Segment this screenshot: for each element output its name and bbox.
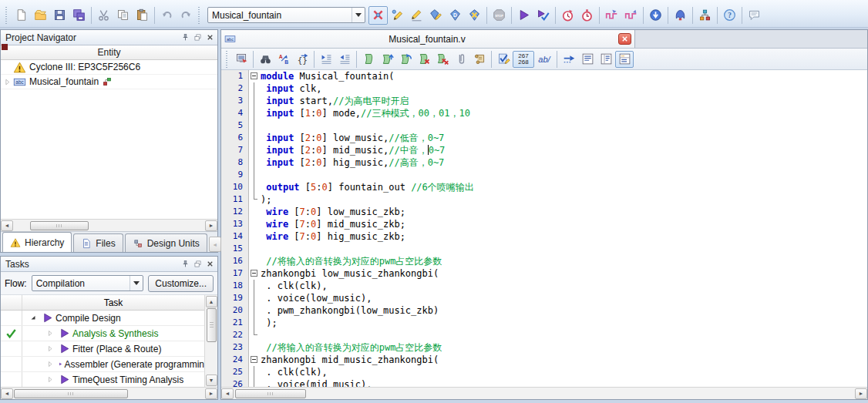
code-line[interactable]: 21 );: [221, 317, 867, 329]
help-button[interactable]: [720, 6, 739, 25]
attach-file-button[interactable]: [452, 51, 470, 68]
fold-collapse-icon[interactable]: [251, 356, 257, 363]
expander-icon[interactable]: [1, 78, 13, 86]
code-text[interactable]: [261, 119, 867, 132]
expander-icon[interactable]: [44, 344, 56, 353]
code-text[interactable]: wire [7:0] hig_music_zkb;: [261, 230, 867, 243]
code-line[interactable]: 10 output [5:0] fountain_out //6个喷嘴输出: [221, 181, 867, 193]
start-analysis-button[interactable]: [533, 6, 553, 25]
expander-icon[interactable]: [44, 329, 56, 338]
tab-hierarchy[interactable]: Hierarchy: [2, 232, 72, 252]
code-line[interactable]: 25 . clk(clk),: [221, 366, 867, 378]
scrollbar-thumb[interactable]: [235, 389, 306, 398]
task-column-header[interactable]: Task: [1, 295, 204, 311]
code-text[interactable]: . clk(clk),: [261, 366, 867, 378]
code-text[interactable]: );: [261, 193, 867, 206]
code-editor[interactable]: 1module Musical_fountain(2 input clk,3 i…: [221, 70, 867, 387]
tab-files[interactable]: Files: [73, 233, 123, 252]
programmer-button[interactable]: [671, 6, 690, 25]
code-text[interactable]: input clk,: [261, 82, 867, 95]
code-text[interactable]: [261, 329, 867, 341]
code-line[interactable]: 26 . voice(mid_music),: [221, 378, 867, 387]
code-text[interactable]: //将输入的音转换为对应的pwm占空比参数: [261, 255, 867, 267]
fold-column[interactable]: [249, 267, 261, 280]
scroll-down-button[interactable]: ▼: [206, 374, 217, 386]
task-row[interactable]: Fitter (Place & Route): [1, 341, 204, 357]
match-brace-button[interactable]: [293, 51, 311, 68]
tree-row[interactable]: Musical_fountain: [1, 75, 217, 89]
code-text[interactable]: wire [7:0] low_music_zkb;: [261, 206, 867, 218]
save-button[interactable]: [50, 6, 69, 25]
view-outline-button[interactable]: [597, 51, 615, 68]
code-line[interactable]: 24zhankongbi mid_music_zhankongbi(: [221, 354, 867, 366]
tasks-hscrollbar[interactable]: ◄ ►: [1, 387, 217, 399]
line-count-badge[interactable]: 267268: [513, 51, 534, 68]
close-panel-button[interactable]: [204, 258, 216, 270]
pin-panel-button[interactable]: [179, 258, 191, 270]
float-panel-button[interactable]: [191, 258, 204, 270]
scrollbar-thumb[interactable]: [14, 389, 128, 398]
editor-hscrollbar[interactable]: ◄ ►: [221, 387, 867, 399]
code-line[interactable]: 8 input [2:0] hig_music,//高音，0~7: [221, 156, 867, 169]
save-all-button[interactable]: [69, 6, 89, 25]
code-text[interactable]: zhankongbi mid_music_zhankongbi(: [261, 354, 867, 366]
code-text[interactable]: [261, 169, 867, 181]
settings-button[interactable]: [368, 6, 388, 25]
timequest-button[interactable]: [558, 6, 577, 25]
netlist-viewer-button[interactable]: [602, 6, 621, 25]
fold-collapse-icon[interactable]: [251, 270, 257, 277]
code-text[interactable]: zhankongbi low_music_zhankongbi(: [261, 267, 867, 280]
code-text[interactable]: output [5:0] fountain_out //6个喷嘴输出: [261, 181, 867, 193]
bookmark-prev-button[interactable]: [396, 51, 415, 68]
unindent-button[interactable]: [335, 51, 354, 68]
design-assistant-button[interactable]: [426, 6, 446, 25]
tree-row[interactable]: Cyclone III: EP3C5F256C6: [1, 60, 217, 75]
code-line[interactable]: 9: [221, 169, 867, 181]
code-text[interactable]: [261, 243, 867, 255]
code-line[interactable]: 19 . voice(low_music),: [221, 292, 867, 304]
code-line[interactable]: 12 wire [7:0] low_music_zkb;: [221, 206, 867, 218]
code-text[interactable]: wire [7:0] mid_music_zkb;: [261, 218, 867, 230]
entity-column-header[interactable]: Entity: [1, 45, 217, 60]
new-file-button[interactable]: [12, 6, 31, 25]
pin-planner-button[interactable]: [407, 6, 426, 25]
scrollbar-thumb[interactable]: [207, 308, 217, 342]
scrollbar-thumb[interactable]: [30, 221, 89, 230]
tasks-vscrollbar[interactable]: ▲ ▼: [204, 295, 217, 387]
entity-dropdown[interactable]: Musical_fountain: [207, 7, 365, 23]
comment-toggle-button[interactable]: ab/: [534, 51, 554, 68]
pin-panel-button[interactable]: [179, 32, 191, 43]
task-row[interactable]: Analysis & Synthesis: [1, 326, 204, 341]
view-doc-button[interactable]: [578, 51, 597, 68]
scroll-right-button[interactable]: ►: [855, 388, 867, 399]
code-line[interactable]: 1module Musical_fountain(: [221, 70, 867, 82]
view-split-button[interactable]: [615, 51, 634, 68]
code-text[interactable]: input start,//为高电平时开启: [261, 95, 867, 107]
expander-icon[interactable]: [44, 360, 56, 368]
tab-scroll-left-button[interactable]: ◄: [209, 237, 221, 252]
ip-catalog-button[interactable]: [465, 6, 484, 25]
insert-template-button[interactable]: [470, 51, 489, 68]
scroll-up-button[interactable]: ▲: [206, 296, 217, 307]
assignment-editor-button[interactable]: [388, 6, 407, 25]
code-line[interactable]: 22: [221, 329, 867, 341]
tab-design-units[interactable]: Design Units: [125, 233, 207, 252]
open-file-button[interactable]: [31, 6, 50, 25]
signal-tap-button[interactable]: [646, 6, 665, 25]
copy-button[interactable]: [113, 6, 133, 25]
replace-button[interactable]: [274, 51, 293, 68]
code-line[interactable]: 7 input [2:0] mid_music,//中音，0~7: [221, 144, 867, 156]
paste-button[interactable]: [133, 6, 152, 25]
code-text[interactable]: . clk(clk),: [261, 280, 867, 292]
code-text[interactable]: //将输入的音转换为对应的pwm占空比参数: [261, 341, 867, 354]
code-line[interactable]: 5: [221, 119, 867, 132]
goto-button[interactable]: [560, 51, 578, 68]
cut-button[interactable]: [94, 6, 113, 25]
code-text[interactable]: input [2:0] low_music,//低音，0~7: [261, 132, 867, 144]
code-line[interactable]: 16 //将输入的音转换为对应的pwm占空比参数: [221, 255, 867, 267]
task-row[interactable]: Compile Design: [1, 311, 204, 326]
close-document-button[interactable]: [618, 33, 631, 45]
code-text[interactable]: . voice(low_music),: [261, 292, 867, 304]
customize-button[interactable]: Customize...: [148, 275, 214, 292]
float-panel-button[interactable]: [191, 32, 204, 43]
